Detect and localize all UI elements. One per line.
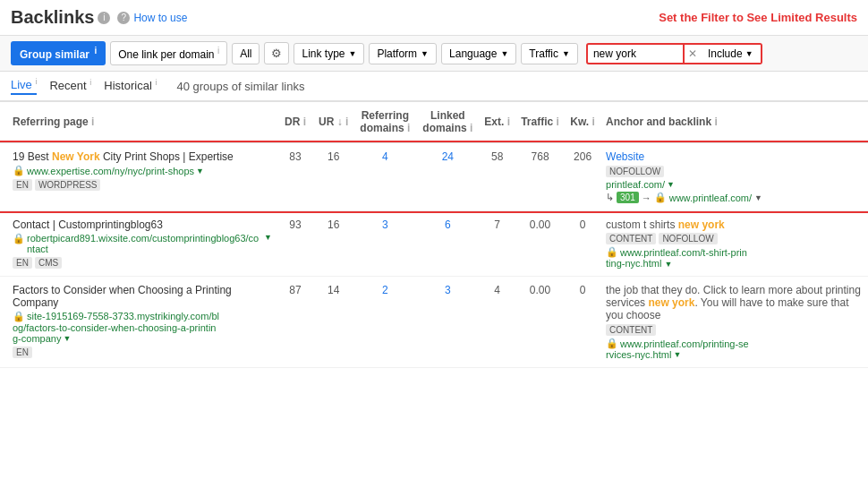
cell-ld-3: 3	[416, 277, 479, 368]
page-url-2[interactable]: 🔒 robertpicard891.wixsite.com/customprin…	[13, 233, 272, 254]
cell-kw-2: 0	[565, 211, 600, 277]
cell-rd-1: 4	[353, 142, 416, 211]
tab-live-info: i	[35, 77, 37, 86]
cell-traffic-3: 0.00	[515, 277, 565, 368]
col-header-linked-domains[interactable]: Linkeddomains i	[416, 102, 479, 142]
cell-dr-2: 93	[277, 211, 313, 277]
include-button[interactable]: Include ▼	[701, 43, 762, 64]
tab-recent[interactable]: Recent i	[49, 78, 91, 94]
toolbar: Group similar i One link per domain i Al…	[0, 36, 868, 72]
cell-ur-3: 14	[313, 277, 353, 368]
domain-arrow-icon-1[interactable]: ▼	[667, 180, 675, 189]
col-header-ext[interactable]: Ext. i	[479, 102, 515, 142]
tabs-bar: Live i Recent i Historical i 40 groups o…	[0, 72, 868, 102]
cell-traffic-1: 768	[515, 142, 565, 211]
page-tags-1: EN WORDPRESS	[13, 179, 272, 191]
cell-ld-2: 6	[416, 211, 479, 277]
how-to-use-icon: ?	[117, 12, 130, 24]
traffic-dropdown[interactable]: Traffic ▼	[521, 43, 578, 64]
redirect-info-1: ↳ 301 → 🔒 www.printleaf.com/ ▼	[606, 192, 863, 203]
lock-icon-3: 🔒	[13, 311, 25, 322]
content-tag-2: CONTENT	[606, 233, 656, 244]
lock-redirect-icon-1: 🔒	[654, 192, 667, 203]
page-title: Backlinks	[11, 7, 94, 28]
lock-icon-anchor-2: 🔒	[606, 246, 618, 258]
tag-en-1: EN	[13, 179, 32, 191]
cell-ext-2: 7	[479, 211, 515, 277]
search-input[interactable]	[586, 43, 685, 64]
one-link-per-domain-button[interactable]: One link per domain i	[110, 41, 227, 65]
anchor-domain-2[interactable]: 🔒 www.printleaf.com/t-shirt-prin	[606, 246, 863, 258]
page-url-3[interactable]: 🔒 site-1915169-7558-3733.mystrikingly.co…	[13, 311, 272, 322]
cell-page-2: Contact | Customprintingblog63 🔒 robertp…	[0, 211, 277, 277]
url-dropdown-icon-3[interactable]: ▼	[63, 334, 71, 343]
table-wrap: Referring page i DR i UR ↓ i Referringdo…	[0, 102, 868, 368]
tab-historical[interactable]: Historical i	[104, 78, 157, 94]
filter-hint: Set the Filter to See Limited Results	[659, 11, 857, 24]
cell-ur-2: 16	[313, 211, 353, 277]
anchor-domain-3[interactable]: 🔒 www.printleaf.com/printing-se	[606, 338, 863, 349]
cell-ld-1: 24	[416, 142, 479, 211]
table-row: Factors to Consider when Choosing a Prin…	[0, 277, 868, 368]
platform-arrow-icon: ▼	[421, 49, 429, 58]
page-title-2: Contact | Customprintingblog63	[13, 218, 272, 231]
tab-recent-info: i	[89, 78, 91, 87]
cell-anchor-1: Website NOFOLLOW printleaf.com/ ▼ ↳ 301 …	[600, 142, 868, 211]
link-type-dropdown[interactable]: Link type ▼	[294, 43, 364, 64]
tab-historical-info: i	[155, 78, 157, 87]
link-type-arrow-icon: ▼	[349, 49, 357, 58]
redirect-arrow-icon-1[interactable]: ▼	[754, 193, 762, 202]
group-similar-button[interactable]: Group similar i	[11, 41, 106, 65]
col-header-referring-domains[interactable]: Referringdomains i	[353, 102, 416, 142]
anchor-url-arrow-3[interactable]: ▼	[673, 350, 681, 359]
url-dropdown-icon-1[interactable]: ▼	[196, 167, 204, 176]
header: Backlinks i ? How to use Set the Filter …	[0, 0, 868, 36]
page-title-3: Factors to Consider when Choosing a Prin…	[13, 284, 272, 309]
anchor-domain-1[interactable]: printleaf.com/ ▼	[606, 179, 863, 190]
platform-dropdown[interactable]: Platform ▼	[369, 43, 437, 64]
col-header-kw[interactable]: Kw. i	[565, 102, 600, 142]
cell-ext-1: 58	[479, 142, 515, 211]
table-row: Contact | Customprintingblog63 🔒 robertp…	[0, 211, 868, 277]
nofollow-tag-1: NOFOLLOW	[606, 166, 664, 177]
cell-ur-1: 16	[313, 142, 353, 211]
col-header-traffic[interactable]: Traffic i	[515, 102, 565, 142]
cell-dr-1: 83	[277, 142, 313, 211]
groups-info: 40 groups of similar links	[176, 80, 304, 93]
language-arrow-icon: ▼	[500, 49, 508, 58]
traffic-arrow-icon: ▼	[562, 49, 570, 58]
tag-en-2: EN	[13, 257, 32, 269]
lock-icon-anchor-3: 🔒	[606, 338, 618, 349]
tab-live[interactable]: Live i	[11, 77, 37, 95]
title-info-icon: i	[98, 12, 110, 24]
cell-kw-3: 0	[565, 277, 600, 368]
anchor-text-2: custom t shirts	[606, 218, 678, 231]
page-url-1[interactable]: 🔒 www.expertise.com/ny/nyc/print-shops ▼	[13, 165, 272, 176]
search-clear-button[interactable]: ✕	[685, 43, 701, 64]
cell-rd-2: 3	[353, 211, 416, 277]
anchor-url-arrow-2[interactable]: ▼	[664, 260, 672, 269]
gear-button[interactable]: ⚙	[264, 42, 289, 64]
content-tag-3: CONTENT	[606, 324, 656, 336]
search-filter-wrap: ✕ Include ▼	[586, 43, 762, 64]
cell-traffic-2: 0.00	[515, 211, 565, 277]
cell-dr-3: 87	[277, 277, 313, 368]
col-header-dr[interactable]: DR i	[277, 102, 313, 142]
col-header-ur[interactable]: UR ↓ i	[313, 102, 353, 142]
page-tags-3: EN	[13, 347, 272, 358]
redirect-url-1[interactable]: www.printleaf.com/	[669, 193, 752, 203]
redirect-badge-1: 301	[617, 192, 639, 203]
all-button[interactable]: All	[232, 43, 260, 64]
col-header-anchor: Anchor and backlink i	[600, 102, 868, 142]
cell-anchor-2: custom t shirts new york CONTENT NOFOLLO…	[600, 211, 868, 277]
anchor-link-1[interactable]: Website	[606, 150, 644, 163]
how-to-use-link[interactable]: How to use	[133, 12, 187, 24]
cell-anchor-3: the job that they do. Click to learn mor…	[600, 277, 868, 368]
url-dropdown-icon-2[interactable]: ▼	[264, 233, 272, 242]
cell-rd-3: 2	[353, 277, 416, 368]
include-arrow-icon: ▼	[745, 49, 753, 58]
cell-page-3: Factors to Consider when Choosing a Prin…	[0, 277, 277, 368]
language-dropdown[interactable]: Language ▼	[441, 43, 516, 64]
cell-kw-1: 206	[565, 142, 600, 211]
lock-icon-1: 🔒	[13, 165, 25, 176]
